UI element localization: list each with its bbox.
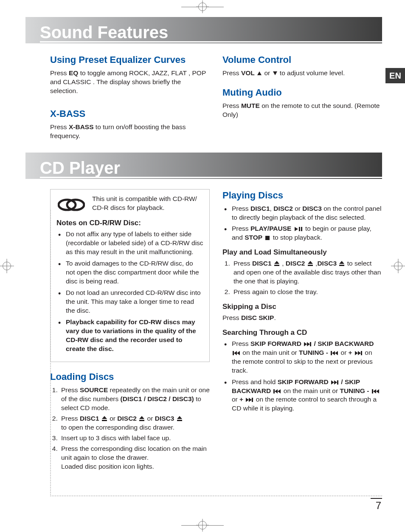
list-item: Playback capability for CD-RW discs may … [56, 318, 203, 354]
search-list: Press SKIP FORWARD / SKIP BACKWARD on th… [222, 340, 382, 413]
heading-mute: Muting Audio [222, 87, 382, 98]
list-item: Press PLAY/PAUSE to begin or pause play,… [222, 224, 382, 242]
heading-loading: Loading Discs [50, 371, 210, 382]
heading-volume: Volume Control [222, 54, 382, 65]
cd-rw-logo-icon [56, 195, 86, 215]
list-item: Do not load an unrecorded CD-R/RW disc i… [56, 289, 203, 315]
eject-icon [139, 416, 144, 421]
skip-backward-icon [372, 389, 379, 393]
heading-playing: Playing Discs [222, 190, 382, 201]
eject-icon [308, 261, 313, 266]
section-title: Sound Features [40, 23, 382, 42]
skip-forward-icon [355, 351, 362, 355]
loading-steps: Press SOURCE repeatedly on the main unit… [50, 386, 210, 471]
volume-up-icon [257, 71, 262, 75]
section-title-cd: CD Player [40, 159, 382, 178]
compat-text: This unit is compatible with CD-RW/ CD-R… [92, 195, 203, 212]
list-item: Press DISC1 , DISC2 ,DISC3 to select and… [232, 259, 382, 286]
notes-list: Do not affix any type of labels to eithe… [56, 230, 203, 353]
dotted-bottom-rule [50, 495, 382, 496]
heading-eq: Using Preset Equalizer Curves [50, 54, 210, 65]
list-item: Press and hold SKIP FORWARD / SKIP BACKW… [222, 378, 382, 413]
text-xbass: Press X-BASS to turn on/off boosting the… [50, 123, 210, 141]
list-item: To avoid damages to the CD-R/RW disc, do… [56, 259, 203, 286]
skip-backward-icon [331, 351, 338, 355]
list-item: Press SOURCE repeatedly on the main unit… [59, 386, 210, 413]
playing-list: Press DISC1, DISC2 or DISC3 on the contr… [222, 204, 382, 243]
section-title-bar-cd: CD Player [25, 153, 382, 179]
page-number: 7 [371, 498, 382, 512]
eject-icon [274, 261, 279, 266]
notes-heading: Notes on CD-R/RW Disc: [56, 219, 203, 227]
skip-backward-icon [233, 351, 240, 355]
list-item: Press DISC1, DISC2 or DISC3 on the contr… [222, 204, 382, 222]
text-skip: Press DISC SKIP. [222, 314, 382, 323]
heading-playload: Play and Load Simultaneously [222, 248, 382, 257]
text-mute: Press MUTE on the remote to cut the soun… [222, 102, 382, 119]
list-item: Do not affix any type of labels to eithe… [56, 230, 203, 257]
heading-xbass: X-BASS [50, 108, 210, 119]
crop-mark-bottom [181, 521, 224, 529]
list-item: Press the corresponding disc location on… [59, 444, 210, 471]
skip-forward-icon [331, 380, 338, 385]
skip-forward-icon [304, 342, 311, 346]
text-volume: Press VOL or to adjust volume level. [222, 69, 382, 78]
eject-icon [339, 261, 344, 266]
eject-icon [102, 416, 107, 421]
list-item: Insert up to 3 discs with label face up. [59, 434, 210, 443]
crop-mark-top [181, 3, 224, 11]
text-eq: Press EQ to toggle among ROCK, JAZZ, FLA… [50, 69, 210, 96]
language-tab: EN [385, 68, 405, 83]
list-item: Press SKIP FORWARD / SKIP BACKWARD on th… [222, 340, 382, 375]
dotted-side-rule [50, 210, 51, 496]
crop-mark-right [394, 262, 402, 270]
stop-icon [265, 236, 270, 240]
heading-search: Searching Through a CD [222, 328, 382, 337]
play-pause-icon [295, 227, 302, 231]
playload-steps: Press DISC1 , DISC2 ,DISC3 to select and… [222, 259, 382, 297]
notes-box: This unit is compatible with CD-RW/ CD-R… [50, 189, 210, 362]
list-item: Press again to close the tray. [232, 288, 382, 297]
skip-forward-icon [246, 398, 253, 402]
volume-down-icon [273, 71, 277, 75]
eject-icon [177, 416, 182, 421]
crop-mark-left [3, 262, 11, 270]
heading-skip: Skipping a Disc [222, 303, 382, 311]
skip-backward-icon [273, 389, 281, 393]
section-title-bar-sound: Sound Features [25, 17, 382, 43]
list-item: Press DISC1 or DISC2 or DISC3 to open th… [59, 414, 210, 432]
